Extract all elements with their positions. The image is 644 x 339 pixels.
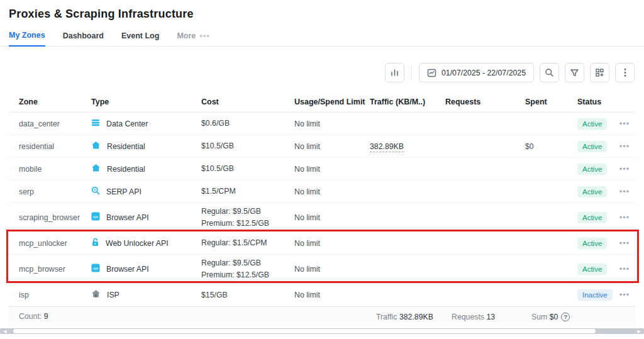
requests-total: Requests 13: [452, 313, 495, 321]
more-options-button[interactable]: [615, 63, 635, 82]
zone-requests: [443, 232, 523, 255]
requests-value: 13: [486, 313, 495, 321]
zone-limit: No limit: [292, 232, 367, 255]
zone-traffic: [367, 255, 443, 284]
sum-label: Sum $0: [531, 313, 558, 321]
traffic-total: Traffic 382.89KB: [376, 313, 433, 321]
zone-row-mcp_browser[interactable]: mcp_browser</>Browser APIRegular: $9.5/G…: [9, 255, 635, 284]
zone-count: Count: 9: [9, 312, 48, 321]
zone-name: serp: [9, 181, 89, 203]
zone-cost: Regular: $9.5/GBPremium: $12.5/GB: [199, 255, 292, 284]
customize-columns-button[interactable]: [590, 63, 609, 82]
zone-traffic: [367, 284, 443, 306]
zone-spent: [523, 181, 575, 203]
zone-spent: [523, 255, 575, 284]
scrollbar-thumb[interactable]: [13, 329, 596, 333]
col-header-status: Status: [575, 93, 614, 113]
svg-text:</>: </>: [93, 267, 99, 270]
zone-requests: [443, 284, 523, 306]
zone-row-serp[interactable]: serpSERP API$1.5/CPMNo limitActive•••: [9, 181, 635, 203]
zones-table-container: Zone Type Cost Usage/Spend Limit Traffic…: [9, 93, 635, 306]
traffic-value[interactable]: 382.89KB: [370, 142, 404, 152]
zone-row-mobile[interactable]: mobileResidential$10.5/GBNo limitActive•…: [9, 158, 635, 181]
col-header-requests: Requests: [443, 93, 523, 113]
search-icon: [545, 68, 554, 77]
zone-type-label: Web Unlocker API: [106, 239, 169, 248]
col-header-spent: Spent: [523, 93, 575, 113]
zone-limit: No limit: [292, 203, 367, 232]
zone-row-data_center[interactable]: data_centerData Center$0.6/GBNo limitAct…: [9, 113, 635, 135]
row-actions-ellipsis[interactable]: •••: [614, 203, 635, 232]
page-title: Proxies & Scraping Infrastructure: [9, 8, 635, 21]
page-header: Proxies & Scraping Infrastructure: [0, 0, 644, 21]
zone-name: mobile: [9, 158, 89, 181]
zone-spent: $0: [523, 135, 575, 158]
table-header-row: Zone Type Cost Usage/Spend Limit Traffic…: [9, 93, 635, 113]
unlocker-lock-icon: [91, 238, 99, 248]
zone-type-label: SERP API: [106, 187, 142, 196]
home-icon: [91, 164, 101, 174]
status-badge: Active: [577, 118, 607, 130]
row-actions-ellipsis[interactable]: •••: [614, 158, 635, 181]
zone-spent: [523, 232, 575, 255]
statistics-chart-button[interactable]: [385, 63, 404, 82]
zone-row-isp[interactable]: ispISP$15/GBNo limitInactive•••: [9, 284, 635, 306]
zone-cost: $10.5/GB: [199, 158, 292, 181]
row-actions-ellipsis[interactable]: •••: [614, 232, 635, 255]
zone-type-label: ISP: [107, 291, 119, 299]
zone-spent: [523, 158, 575, 181]
date-range-value: 01/07/2025 - 22/07/2025: [441, 69, 526, 77]
zone-row-scraping_browser[interactable]: scraping_browser</>Browser APIRegular: $…: [9, 203, 635, 232]
zone-traffic: 382.89KB: [367, 135, 443, 158]
scroll-left-arrow-icon[interactable]: ◀: [1, 328, 9, 334]
zone-row-residential[interactable]: residentialResidential$10.5/GBNo limit38…: [9, 135, 635, 158]
filter-button[interactable]: [565, 63, 584, 82]
tab-event-log[interactable]: Event Log: [121, 31, 159, 46]
datacenter-icon: [91, 118, 100, 129]
row-actions-ellipsis[interactable]: •••: [614, 135, 635, 158]
tab-dashboard[interactable]: Dashboard: [63, 31, 104, 46]
zone-cost: $0.6/GB: [199, 113, 292, 135]
col-header-traffic: Traffic (KB/M..): [367, 93, 443, 113]
zone-spent: [523, 284, 575, 306]
search-button[interactable]: [540, 63, 559, 82]
browser-code-icon: </>: [91, 264, 100, 274]
columns-grid-icon: [595, 68, 604, 77]
tab-more[interactable]: More •••: [177, 31, 210, 46]
row-actions-ellipsis[interactable]: •••: [614, 255, 635, 284]
row-actions-ellipsis[interactable]: •••: [614, 113, 635, 135]
zone-cost: $15/GB: [199, 284, 292, 306]
tab-my-zones[interactable]: My Zones: [9, 31, 45, 47]
row-actions-ellipsis[interactable]: •••: [614, 181, 635, 203]
zone-limit: No limit: [292, 135, 367, 158]
status-badge: Active: [577, 238, 607, 249]
browser-code-icon: </>: [91, 212, 100, 223]
col-header-actions: [614, 93, 635, 113]
date-range-picker[interactable]: 01/07/2025 - 22/07/2025: [419, 63, 534, 82]
zone-requests: [443, 181, 523, 203]
toolbar: 01/07/2025 - 22/07/2025: [9, 63, 635, 82]
zone-traffic: [367, 203, 443, 232]
filter-funnel-icon: [570, 68, 579, 77]
zone-type-label: Residential: [107, 142, 145, 151]
zone-name: scraping_browser: [9, 203, 89, 232]
scroll-right-arrow-icon[interactable]: ▶: [635, 328, 643, 334]
home-icon: [91, 141, 101, 152]
zone-name: data_center: [9, 113, 89, 135]
sum-total: Sum $0 ?: [531, 313, 570, 321]
status-badge: Active: [577, 141, 607, 152]
row-actions-ellipsis[interactable]: •••: [614, 284, 635, 306]
zone-spent: [523, 203, 575, 232]
col-header-limit: Usage/Spend Limit: [292, 93, 367, 113]
question-circle-icon[interactable]: ?: [561, 313, 570, 321]
zone-traffic: [367, 181, 443, 203]
zone-row-mcp_unlocker[interactable]: mcp_unlockerWeb Unlocker APIRegular: $1.…: [9, 232, 635, 255]
count-label: Count:: [19, 312, 42, 321]
zone-limit: No limit: [292, 284, 367, 306]
horizontal-scrollbar[interactable]: ◀ ▶: [0, 328, 644, 334]
zone-type-label: Browser API: [106, 213, 149, 222]
zone-requests: [443, 255, 523, 284]
more-ellipsis-icon: •••: [199, 31, 210, 40]
traffic-label: Traffic: [376, 313, 397, 321]
zone-type-label: Data Center: [106, 119, 148, 128]
